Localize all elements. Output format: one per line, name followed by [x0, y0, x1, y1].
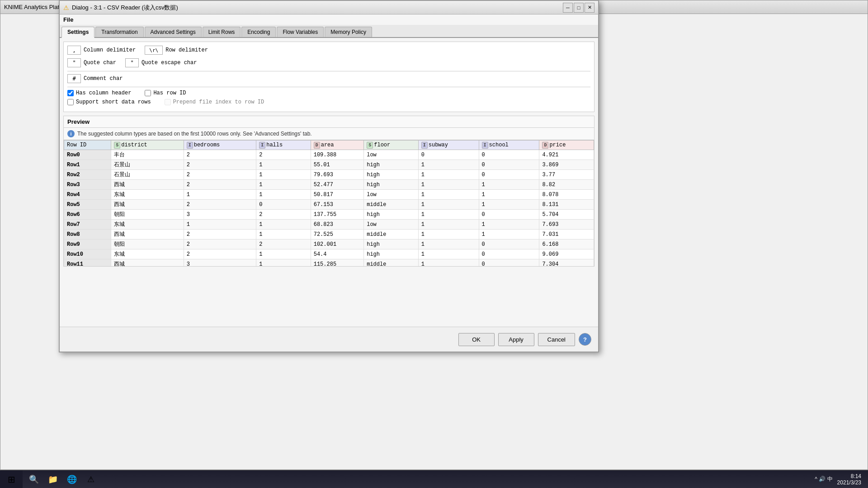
- start-button[interactable]: ⊞: [0, 470, 23, 488]
- cell-area: 137.755: [311, 210, 364, 220]
- cell-school: 0: [479, 259, 539, 267]
- column-delimiter-input[interactable]: ,: [67, 46, 81, 55]
- cell-rowid: Row3: [64, 180, 111, 190]
- tab-settings[interactable]: Settings: [61, 27, 94, 38]
- support-short-rows-field: Support short data rows: [67, 99, 151, 105]
- close-button[interactable]: ✕: [585, 3, 594, 13]
- dialog-title-area: ⚠ Dialog - 3:1 - CSV Reader (读入csv数据): [63, 4, 178, 12]
- cell-subway: 1: [418, 220, 479, 230]
- cell-bedrooms: 2: [184, 180, 256, 190]
- tab-memory-policy[interactable]: Memory Policy: [325, 27, 372, 37]
- cell-price: 3.869: [539, 160, 594, 170]
- table-row: Row5 西城 2 0 67.153 middle 1 1 8.131: [64, 200, 594, 210]
- cell-district: 西城: [111, 230, 184, 239]
- tab-flow-variables[interactable]: Flow Variables: [277, 27, 324, 37]
- cell-school: 0: [479, 239, 539, 249]
- cell-rowid: Row9: [64, 239, 111, 249]
- cell-district: 西城: [111, 180, 184, 190]
- cell-floor: high: [364, 170, 419, 180]
- quote-escape-field: " Quote escape char: [125, 58, 197, 67]
- cell-bedrooms: 3: [184, 210, 256, 220]
- minimize-button[interactable]: ─: [563, 3, 573, 13]
- row-delimiter-input[interactable]: \r\: [145, 46, 163, 55]
- cell-halls: 1: [256, 259, 311, 267]
- cell-area: 115.285: [311, 259, 364, 267]
- column-delimiter-label: Column delimiter: [84, 47, 136, 53]
- table-row: Row4 东城 1 1 50.817 low 1 1 8.078: [64, 190, 594, 200]
- col-header-rowid: Row ID: [64, 141, 111, 150]
- tab-encoding[interactable]: Encoding: [241, 27, 276, 37]
- cell-area: 54.4: [311, 249, 364, 259]
- cancel-button[interactable]: Cancel: [538, 333, 575, 346]
- taskbar-file-explorer[interactable]: 📁: [44, 471, 62, 488]
- cell-floor: low: [364, 150, 419, 160]
- cell-school: 0: [479, 210, 539, 220]
- taskbar-knime[interactable]: ⚠: [82, 471, 100, 488]
- taskbar-browser[interactable]: 🌐: [63, 471, 81, 488]
- cell-floor: high: [364, 239, 419, 249]
- comment-char-field: # Comment char: [67, 74, 123, 83]
- preview-table: Row ID Sdistrict Ibedrooms Ihalls Darea …: [64, 140, 594, 266]
- dialog-titlebar: ⚠ Dialog - 3:1 - CSV Reader (读入csv数据) ─ …: [60, 1, 598, 14]
- cell-area: 67.153: [311, 200, 364, 210]
- cell-subway: 1: [418, 200, 479, 210]
- cell-floor: middle: [364, 200, 419, 210]
- maximize-button[interactable]: □: [574, 3, 584, 13]
- taskbar: ⊞ 🔍 📁 🌐 ⚠ ^ 🔊 中 8:14 2021/3/23: [0, 470, 868, 488]
- short-rows-prepend-row: Support short data rows Prepend file ind…: [67, 99, 590, 105]
- cell-price: 7.693: [539, 220, 594, 230]
- cell-school: 0: [479, 150, 539, 160]
- cell-rowid: Row7: [64, 220, 111, 230]
- taskbar-search[interactable]: 🔍: [25, 471, 43, 488]
- tab-transformation[interactable]: Transformation: [95, 27, 143, 37]
- taskbar-right: ^ 🔊 中 8:14 2021/3/23: [808, 473, 868, 486]
- apply-button[interactable]: Apply: [498, 333, 534, 346]
- cell-district: 朝阳: [111, 210, 184, 220]
- csv-reader-dialog: ⚠ Dialog - 3:1 - CSV Reader (读入csv数据) ─ …: [59, 0, 599, 352]
- delimiter-section: , Column delimiter \r\ Row delimiter: [63, 42, 594, 112]
- help-button[interactable]: ?: [579, 333, 591, 346]
- cell-floor: middle: [364, 230, 419, 239]
- table-row: Row9 朝阳 2 2 102.001 high 1 0 6.168: [64, 239, 594, 249]
- quote-escape-input[interactable]: ": [125, 58, 139, 67]
- cell-halls: 1: [256, 249, 311, 259]
- taskbar-time-display: 8:14: [837, 473, 861, 479]
- cell-subway: 1: [418, 160, 479, 170]
- has-column-header-label: Has column header: [76, 90, 131, 96]
- comment-char-input[interactable]: #: [67, 74, 81, 83]
- cell-school: 1: [479, 230, 539, 239]
- cell-halls: 2: [256, 239, 311, 249]
- preview-table-container[interactable]: Row ID Sdistrict Ibedrooms Ihalls Darea …: [64, 140, 594, 266]
- has-row-id-checkbox[interactable]: [145, 90, 151, 96]
- ok-button[interactable]: OK: [458, 333, 495, 346]
- cell-bedrooms: 2: [184, 150, 256, 160]
- tab-limit-rows[interactable]: Limit Rows: [203, 27, 241, 37]
- tab-advanced-settings[interactable]: Advanced Settings: [145, 27, 202, 37]
- cell-school: 1: [479, 220, 539, 230]
- cell-floor: low: [364, 190, 419, 200]
- cell-subway: 1: [418, 210, 479, 220]
- cell-halls: 2: [256, 210, 311, 220]
- cell-school: 1: [479, 180, 539, 190]
- support-short-rows-checkbox[interactable]: [67, 99, 74, 105]
- desktop: KNIME Analytics Platform ⚠ Dialog - 3:1 …: [0, 0, 868, 488]
- warning-icon: ⚠: [63, 4, 69, 11]
- cell-subway: 0: [418, 150, 479, 160]
- cell-bedrooms: 1: [184, 220, 256, 230]
- quote-char-input[interactable]: ": [67, 58, 81, 67]
- has-column-header-checkbox[interactable]: [67, 90, 74, 96]
- cell-rowid: Row11: [64, 259, 111, 267]
- cell-halls: 2: [256, 150, 311, 160]
- preview-info-text: The suggested column types are based on …: [77, 131, 312, 137]
- cell-bedrooms: 1: [184, 190, 256, 200]
- quote-row: " Quote char " Quote escape char: [67, 58, 590, 67]
- cell-area: 52.477: [311, 180, 364, 190]
- cell-school: 1: [479, 190, 539, 200]
- col-header-halls: Ihalls: [256, 141, 311, 150]
- cell-floor: middle: [364, 259, 419, 267]
- cell-rowid: Row4: [64, 190, 111, 200]
- cell-subway: 1: [418, 170, 479, 180]
- table-row: Row10 东城 2 1 54.4 high 1 0 9.069: [64, 249, 594, 259]
- cell-rowid: Row8: [64, 230, 111, 239]
- cell-halls: 1: [256, 160, 311, 170]
